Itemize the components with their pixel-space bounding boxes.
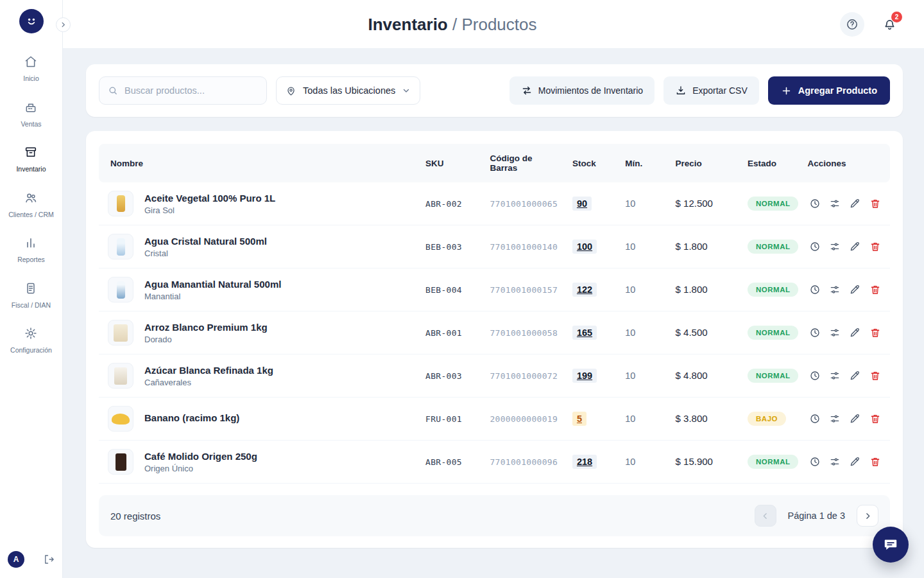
sidebar-item-fiscal-dian[interactable]: Fiscal / DIAN [8,282,54,310]
clock-icon [809,456,821,468]
product-brand: Cañaverales [144,378,273,387]
add-product-button[interactable]: Agregar Producto [768,76,890,105]
min-stock: 10 [625,241,635,252]
product-price: $ 12.500 [676,198,713,209]
previous-page-button[interactable] [755,505,776,527]
adjust-stock-button[interactable] [828,195,842,212]
trash-icon [869,198,881,209]
chat-bubble-icon [882,536,899,553]
product-sku: BEB-003 [425,242,462,252]
product-name: Banano (racimo 1kg) [144,412,239,423]
history-button[interactable] [807,324,821,341]
product-name: Agua Cristal Natural 500ml [144,236,267,247]
adjust-stock-button[interactable] [828,238,842,255]
clock-icon [809,198,821,209]
stock-value[interactable]: 100 [572,240,597,254]
delete-button[interactable] [868,410,882,427]
next-page-button[interactable] [857,505,878,527]
pencil-icon [849,284,860,295]
logout-button[interactable] [43,554,55,565]
gear-icon [24,327,37,342]
sidebar-item-reportes[interactable]: Reportes [8,236,54,264]
sliders-icon [829,456,841,468]
stock-value[interactable]: 218 [572,455,597,469]
min-stock: 10 [625,328,635,338]
sidebar-item-ventas[interactable]: Ventas [8,101,54,128]
table-row: Agua Manantial Natural 500mlManantial BE… [99,268,890,311]
help-button[interactable] [840,12,864,37]
trash-icon [869,284,881,295]
product-barcode: 7701001000157 [490,285,558,295]
clock-icon [809,241,821,252]
stock-value[interactable]: 199 [572,369,597,383]
adjust-stock-button[interactable] [828,453,842,470]
edit-button[interactable] [848,367,862,384]
app-root: Inicio Ventas Inventario Clientes / CRM … [0,0,924,578]
sidebar-item-clientes-crm[interactable]: Clientes / CRM [8,191,54,219]
chevron-down-icon [402,86,411,95]
edit-button[interactable] [848,410,862,427]
stock-value[interactable]: 5 [572,412,586,426]
delete-button[interactable] [868,367,882,384]
edit-button[interactable] [848,238,862,255]
export-csv-button[interactable]: Exportar CSV [663,76,759,105]
pencil-icon [849,241,860,252]
records-count: 20 registros [110,511,160,521]
chat-fab-button[interactable] [873,527,909,563]
sidebar-item-label: Inventario [16,166,46,173]
sliders-icon [829,198,841,209]
bar-chart-icon [24,236,37,252]
history-button[interactable] [807,238,821,255]
table-row: Banano (racimo 1kg) FRU-001 200000000001… [99,398,890,441]
adjust-stock-button[interactable] [828,324,842,341]
delete-button[interactable] [868,195,882,212]
delete-button[interactable] [868,281,882,298]
page-title: Inventario / Productos [368,14,537,34]
adjust-stock-button[interactable] [828,410,842,427]
search-box [99,76,267,105]
notification-count-badge: 2 [891,12,902,22]
table-row: Azúcar Blanca Refinada 1kgCañaverales AB… [99,355,890,398]
edit-button[interactable] [848,324,862,341]
table-footer: 20 registros Página 1 de 3 [99,495,890,536]
sidebar-item-label: Clientes / CRM [8,211,54,219]
delete-button[interactable] [868,453,882,470]
history-button[interactable] [807,195,821,212]
sidebar-item-configuracion[interactable]: Configuración [8,327,54,355]
search-input[interactable] [124,85,258,96]
stock-value[interactable]: 165 [572,326,597,340]
location-filter-dropdown[interactable]: Todas las Ubicaciones [276,76,420,105]
edit-button[interactable] [848,195,862,212]
stock-value[interactable]: 90 [572,197,592,211]
product-brand: Origen Único [144,464,257,473]
status-badge: NORMAL [748,326,798,340]
min-stock: 10 [625,457,635,467]
adjust-stock-button[interactable] [828,281,842,298]
history-button[interactable] [807,281,821,298]
user-avatar[interactable]: A [8,551,24,568]
stock-value[interactable]: 122 [572,283,597,297]
products-table-card: Nombre SKU Código de Barras Stock Mín. P… [86,131,903,548]
adjust-stock-button[interactable] [828,367,842,384]
column-header-stock: Stock [565,144,617,182]
history-button[interactable] [807,453,821,470]
status-badge: NORMAL [748,240,798,254]
inventory-movements-label: Movimientos de Inventario [538,85,643,96]
sidebar-item-inicio[interactable]: Inicio [8,55,54,83]
inventory-movements-button[interactable]: Movimientos de Inventario [509,76,654,105]
product-brand: Cristal [144,249,267,258]
pagination: Página 1 de 3 [755,505,879,527]
location-pin-icon [286,85,296,96]
history-button[interactable] [807,410,821,427]
delete-button[interactable] [868,324,882,341]
sidebar-item-inventario[interactable]: Inventario [8,146,54,173]
edit-button[interactable] [848,453,862,470]
notifications-button[interactable]: 2 [880,14,900,34]
sidebar-collapse-button[interactable] [56,17,71,32]
app-logo[interactable] [19,9,44,33]
edit-button[interactable] [848,281,862,298]
history-button[interactable] [807,367,821,384]
product-barcode: 7701001000140 [490,242,558,252]
delete-button[interactable] [868,238,882,255]
product-thumbnail [108,406,133,432]
